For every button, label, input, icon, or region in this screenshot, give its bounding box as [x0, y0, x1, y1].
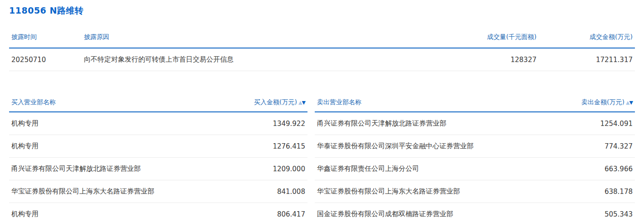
- sell-branch-name: 华宝证券股份有限公司上海东大名路证券营业部: [315, 180, 567, 203]
- buy-branch-amount: 1349.922: [239, 112, 307, 135]
- disclosure-reason: 向不特定对象发行的可转债上市首日交易公开信息: [82, 48, 423, 71]
- sort-desc-icon[interactable]: ▼: [629, 100, 633, 106]
- table-row: 华鑫证券有限责任公司上海分公司 663.966: [315, 158, 635, 180]
- disclosure-volume: 128327: [423, 48, 539, 71]
- page-container: 118056 N路维转 披露时间 披露原因 成交量(千元面额) 成交金额(万元)…: [0, 0, 644, 222]
- disclosure-header-volume: 成交量(千元面额): [423, 27, 539, 48]
- sell-branch-amount: 774.327: [567, 135, 635, 158]
- buy-branch-amount: 1209.000: [239, 158, 307, 180]
- sell-branch-name: 甬兴证券有限公司天津解放北路证券营业部: [315, 112, 567, 135]
- disclosure-row: 20250710 向不特定对象发行的可转债上市首日交易公开信息 128327 1…: [9, 48, 635, 71]
- sell-branch-name: 华鑫证券有限责任公司上海分公司: [315, 158, 567, 180]
- disclosure-header-row: 披露时间 披露原因 成交量(千元面额) 成交金额(万元): [9, 27, 635, 48]
- sell-branch-amount: 1254.091: [567, 112, 635, 135]
- buy-sort-icons[interactable]: ▲▼: [298, 100, 305, 106]
- disclosure-header-reason: 披露原因: [82, 27, 423, 48]
- table-row: 甬兴证券有限公司天津解放北路证券营业部 1209.000: [9, 158, 307, 180]
- table-row: 机构专用 1349.922: [9, 112, 307, 135]
- sell-amount-sort-header[interactable]: 卖出金额(万元)▲▼: [567, 95, 635, 112]
- buy-name-header: 买入营业部名称: [9, 95, 239, 112]
- sell-table: 卖出营业部名称 卖出金额(万元)▲▼ 甬兴证券有限公司天津解放北路证券营业部 1…: [315, 95, 635, 222]
- sort-desc-icon[interactable]: ▼: [302, 100, 305, 106]
- buy-branch-name: 机构专用: [9, 203, 239, 222]
- sell-header-row: 卖出营业部名称 卖出金额(万元)▲▼: [315, 95, 635, 112]
- sell-branch-name: 华泰证券股份有限公司深圳平安金融中心证券营业部: [315, 135, 567, 158]
- sell-branch-name: 国金证券股份有限公司成都双楠路证券营业部: [315, 203, 567, 222]
- sort-asc-icon[interactable]: ▲: [626, 100, 629, 106]
- table-row: 华泰证券股份有限公司深圳平安金融中心证券营业部 774.327: [315, 135, 635, 158]
- table-row: 机构专用 1276.415: [9, 135, 307, 158]
- table-row: 国金证券股份有限公司成都双楠路证券营业部 505.343: [315, 203, 635, 222]
- buy-header-row: 买入营业部名称 买入金额(万元)▲▼: [9, 95, 307, 112]
- disclosure-header-amount: 成交金额(万元): [539, 27, 635, 48]
- disclosure-table: 披露时间 披露原因 成交量(千元面额) 成交金额(万元) 20250710 向不…: [9, 27, 635, 71]
- buy-branch-amount: 841.008: [239, 180, 307, 203]
- buy-amount-sort-header[interactable]: 买入金额(万元)▲▼: [239, 95, 307, 112]
- buy-amount-header-label: 买入金额(万元): [254, 98, 297, 106]
- table-row: 机构专用 806.417: [9, 203, 307, 222]
- disclosure-amount: 17211.317: [539, 48, 635, 71]
- buy-branch-amount: 1276.415: [239, 135, 307, 158]
- buy-branch-name: 机构专用: [9, 112, 239, 135]
- table-row: 华宝证券股份有限公司上海东大名路证券营业部 638.178: [315, 180, 635, 203]
- buy-branch-name: 甬兴证券有限公司天津解放北路证券营业部: [9, 158, 239, 180]
- sell-sort-icons[interactable]: ▲▼: [626, 100, 633, 106]
- page-title: 118056 N路维转: [9, 0, 635, 15]
- disclosure-header-time: 披露时间: [9, 27, 82, 48]
- sell-amount-header-label: 卖出金额(万元): [581, 98, 624, 106]
- table-row: 甬兴证券有限公司天津解放北路证券营业部 1254.091: [315, 112, 635, 135]
- disclosure-time: 20250710: [9, 48, 82, 71]
- sell-branch-amount: 505.343: [567, 203, 635, 222]
- buy-table: 买入营业部名称 买入金额(万元)▲▼ 机构专用 1349.922 机构专用 12…: [9, 95, 307, 222]
- sell-branch-amount: 663.966: [567, 158, 635, 180]
- buy-branch-amount: 806.417: [239, 203, 307, 222]
- sell-branch-amount: 638.178: [567, 180, 635, 203]
- sell-name-header: 卖出营业部名称: [315, 95, 567, 112]
- buy-branch-name: 华宝证券股份有限公司上海东大名路证券营业部: [9, 180, 239, 203]
- broker-section: 买入营业部名称 买入金额(万元)▲▼ 机构专用 1349.922 机构专用 12…: [9, 95, 635, 222]
- table-row: 华宝证券股份有限公司上海东大名路证券营业部 841.008: [9, 180, 307, 203]
- buy-branch-name: 机构专用: [9, 135, 239, 158]
